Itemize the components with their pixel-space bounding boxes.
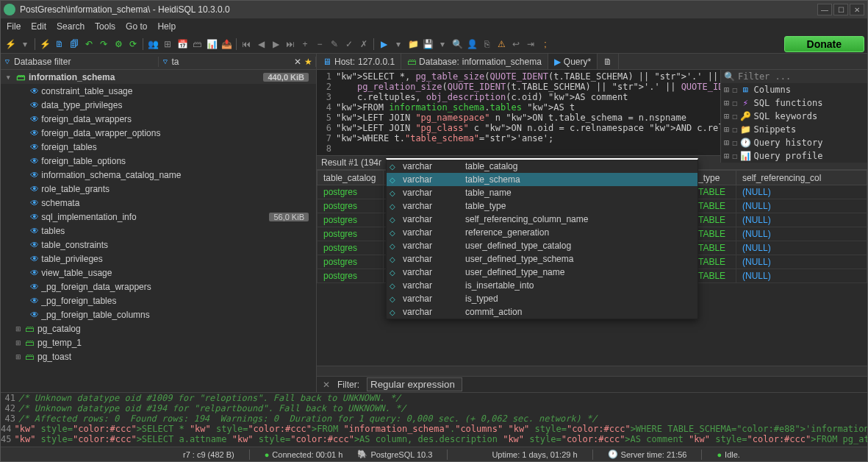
autocomplete-item[interactable]: ◇varchartable_schema <box>387 173 697 186</box>
menu-help[interactable]: Help <box>157 21 176 32</box>
settings-icon[interactable]: ⚙ <box>112 38 125 51</box>
last-icon[interactable]: ⏭ <box>284 38 297 51</box>
tree-item[interactable]: 👁 _pg_foreign_data_wrappers <box>1 280 316 294</box>
autocomplete-item[interactable]: ◇varchartable_name <box>387 186 697 199</box>
table-filter-value[interactable]: ta <box>172 57 179 67</box>
format-icon[interactable]: ⎘ <box>480 38 493 51</box>
export-icon[interactable]: 📤 <box>220 38 233 51</box>
autocomplete-item[interactable]: ◇varcharuser_defined_type_catalog <box>387 239 697 252</box>
menu-search[interactable]: Search <box>57 21 85 32</box>
undo-icon[interactable]: ↶ <box>82 38 96 51</box>
autocomplete-item[interactable]: ◇varcharself_referencing_column_name <box>387 213 697 226</box>
cancel-icon[interactable]: ✗ <box>357 38 370 51</box>
cell-type[interactable]: TABLE <box>692 269 736 283</box>
tree-expander[interactable]: ⊞ <box>15 325 24 333</box>
cell-type[interactable]: TABLE <box>692 227 736 241</box>
autocomplete-item[interactable]: ◇varchartable_type <box>387 199 697 213</box>
prev-icon[interactable]: ◀ <box>254 38 268 51</box>
cell-selfref[interactable]: (NULL) <box>736 199 867 213</box>
edit-icon[interactable]: ✎ <box>328 38 341 51</box>
tree-expander[interactable]: ⊞ <box>15 339 24 346</box>
cell-catalog[interactable]: postgres <box>318 269 384 283</box>
tree-expander[interactable]: ▾ <box>7 74 15 81</box>
donate-button[interactable]: Donate <box>784 36 864 52</box>
table-icon[interactable]: ⊞ <box>161 38 174 51</box>
tree-item[interactable]: 👁 data_type_privileges <box>1 98 316 112</box>
open-icon[interactable]: ▾ <box>18 38 32 51</box>
tab-new[interactable]: 🗎 <box>598 54 619 69</box>
connect-icon[interactable]: ⚡ <box>4 38 17 51</box>
ok-icon[interactable]: ✓ <box>342 38 356 51</box>
zoom-icon[interactable]: 🔍 <box>451 38 464 51</box>
folder-icon[interactable]: 📁 <box>406 38 420 51</box>
tree-item[interactable]: 👁 information_schema_catalog_name <box>1 168 316 182</box>
cell-catalog[interactable]: postgres <box>318 255 384 269</box>
tab-host[interactable]: 🖥 Host: 127.0.0.1 <box>317 54 401 69</box>
cell-type[interactable]: TABLE <box>692 199 736 213</box>
helper-expander[interactable]: ⊞ <box>724 98 729 108</box>
log-panel[interactable]: 41/* Unknown datatype oid #1009 for "rel… <box>1 392 867 447</box>
col-header[interactable]: table_catalog <box>318 171 384 185</box>
tree-item[interactable]: 👁 foreign_table_options <box>1 154 316 168</box>
helper-item[interactable]: ⊞☐⊞Columns <box>721 83 867 96</box>
cell-type[interactable]: TABLE <box>692 255 736 269</box>
cell-catalog[interactable]: postgres <box>318 185 384 199</box>
col-header[interactable]: _type <box>692 171 736 185</box>
tab-database[interactable]: 🗃 Database: information_schema <box>401 54 548 69</box>
cell-catalog[interactable]: postgres <box>318 199 384 213</box>
cell-selfref[interactable]: (NULL) <box>736 255 867 269</box>
col-header[interactable]: self_referencing_col <box>736 171 867 185</box>
copy-icon[interactable]: 🗐 <box>68 38 81 51</box>
helper-check[interactable]: ☐ <box>732 111 737 121</box>
helper-filter-input[interactable]: Filter ... <box>738 71 791 82</box>
tree[interactable]: ▾ 🗃 information_schema 440,0 KiB 👁 const… <box>1 70 316 392</box>
run-icon[interactable]: ▶ <box>377 38 390 51</box>
warning-icon[interactable]: ⚠ <box>495 38 508 51</box>
tree-schema[interactable]: ⊞🗃pg_temp_1 <box>1 335 316 349</box>
wrap-icon[interactable]: ↩ <box>509 38 523 51</box>
helper-check[interactable]: ☐ <box>732 151 737 161</box>
users-icon[interactable]: 👥 <box>146 38 159 51</box>
helper-expander[interactable]: ⊞ <box>724 151 729 161</box>
redo-icon[interactable]: ↷ <box>97 38 110 51</box>
helper-expander[interactable]: ⊞ <box>724 111 729 121</box>
indent-icon[interactable]: ⇥ <box>524 38 537 51</box>
helper-item[interactable]: ⊞☐⚡SQL functions <box>721 96 867 110</box>
menu-goto[interactable]: Go to <box>126 21 147 32</box>
helper-item[interactable]: ⊞☐🔑SQL keywords <box>721 110 867 123</box>
tree-item[interactable]: 👁 foreign_data_wrapper_options <box>1 126 316 140</box>
calendar-icon[interactable]: 📅 <box>176 38 189 51</box>
tree-root-label[interactable]: information_schema <box>29 72 263 82</box>
doc-icon[interactable]: 🗎 <box>53 38 66 51</box>
tree-item[interactable]: 👁 foreign_tables <box>1 140 316 154</box>
semicolon-icon[interactable]: ; <box>539 38 552 51</box>
tree-schema[interactable]: ⊞🗃pg_catalog <box>1 321 316 335</box>
cell-type[interactable]: TABLE <box>692 213 736 227</box>
cell-catalog[interactable]: postgres <box>318 241 384 255</box>
autocomplete-popup[interactable]: ◇varchartable_catalog◇varchartable_schem… <box>386 158 698 319</box>
filter-close-icon[interactable]: ✕ <box>323 380 330 390</box>
cell-type[interactable]: TABLE <box>692 241 736 255</box>
tree-item[interactable]: 👁 _pg_foreign_tables <box>1 294 316 308</box>
first-icon[interactable]: ⏮ <box>240 38 253 51</box>
favorite-icon[interactable]: ★ <box>304 57 312 67</box>
filter-input[interactable] <box>367 377 462 391</box>
del-icon[interactable]: − <box>313 38 326 51</box>
helper-check[interactable]: ☐ <box>732 98 737 108</box>
tree-item[interactable]: 👁 sql_implementation_info56,0 KiB <box>1 210 316 224</box>
chart-icon[interactable]: 📊 <box>205 38 218 51</box>
tree-item[interactable]: 👁 schemata <box>1 196 316 210</box>
refresh-icon[interactable]: ⟳ <box>126 38 140 51</box>
tree-item[interactable]: 👁 view_table_usage <box>1 266 316 280</box>
tree-item[interactable]: 👁 table_privileges <box>1 252 316 266</box>
new-icon[interactable]: ⚡ <box>38 38 51 51</box>
tab-query[interactable]: ▶ Query* <box>548 54 598 69</box>
cell-selfref[interactable]: (NULL) <box>736 241 867 255</box>
tree-item[interactable]: 👁 constraint_table_usage <box>1 84 316 98</box>
saveas-icon[interactable]: ▾ <box>436 38 449 51</box>
cell-selfref[interactable]: (NULL) <box>736 213 867 227</box>
db-icon[interactable]: 🗃 <box>190 38 204 51</box>
helper-expander[interactable]: ⊞ <box>724 85 729 95</box>
cell-selfref[interactable]: (NULL) <box>736 185 867 199</box>
helper-expander[interactable]: ⊞ <box>724 138 729 148</box>
